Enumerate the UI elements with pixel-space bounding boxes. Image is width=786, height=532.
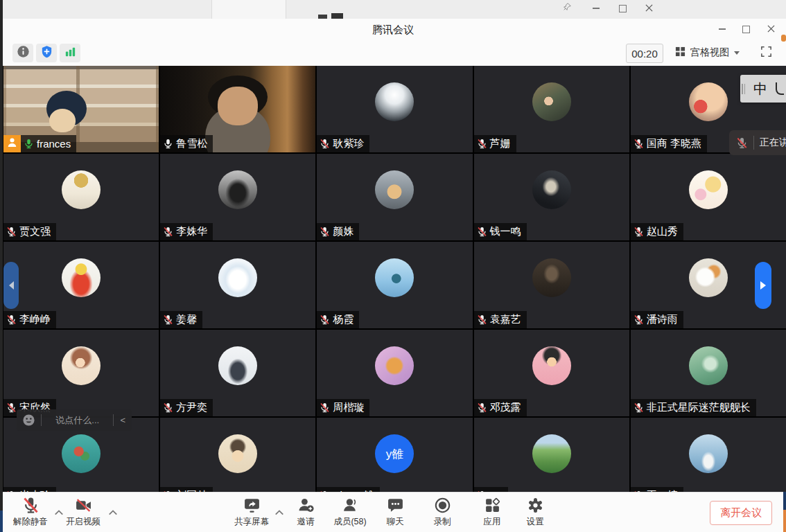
avatar: [532, 170, 571, 209]
avatar: [218, 170, 257, 209]
avatar-initials: y雒: [386, 446, 404, 462]
start-video-button[interactable]: 开启视频: [54, 497, 112, 528]
participant-tile[interactable]: 耿紫珍: [317, 66, 472, 152]
ime-language-bar[interactable]: 中: [740, 75, 786, 103]
unmute-label: 解除静音: [13, 516, 48, 528]
signal-icon: [64, 45, 77, 61]
title-bar: 腾讯会议: [0, 19, 786, 40]
participant-tile[interactable]: 颜姝: [317, 154, 472, 240]
participant-tile[interactable]: 姜馨: [160, 242, 315, 328]
avatar: [689, 258, 728, 297]
chevron-up-icon: [108, 506, 118, 518]
shield-icon: [40, 45, 53, 61]
fullscreen-button[interactable]: [757, 44, 775, 62]
participant-tile[interactable]: 钱一鸣: [474, 154, 629, 240]
participant-tile-frances[interactable]: frances: [3, 66, 159, 152]
share-screen-label: 共享屏幕: [234, 516, 269, 528]
video-options-chevron[interactable]: [108, 506, 118, 513]
participant-tile[interactable]: 贾文强: [3, 154, 159, 240]
mic-muted-icon: [320, 402, 330, 413]
participant-tile[interactable]: 方尹奕: [160, 330, 315, 416]
participant-tile[interactable]: 刘园林: [160, 418, 315, 492]
members-label: 成员(58): [333, 516, 366, 528]
participant-tile[interactable]: 周楷璇: [317, 330, 472, 416]
grid-view-icon: [675, 46, 685, 60]
share-screen-icon: [243, 497, 261, 514]
leave-meeting-label: 离开会议: [720, 506, 762, 520]
participant-name: 李姝华: [176, 225, 207, 238]
participant-tile[interactable]: 邓茂露: [474, 330, 629, 416]
avatar: [689, 434, 728, 473]
emoji-button[interactable]: [22, 414, 35, 427]
participant-tile[interactable]: 芦姗: [474, 66, 629, 152]
tencent-meeting-window: { "header": { "title": "腾讯会议", "timer": …: [0, 0, 786, 532]
participant-tile[interactable]: 赵山秀: [631, 154, 786, 240]
arrow-right-icon: [760, 281, 766, 290]
mic-on-icon: [163, 139, 173, 149]
minimize-icon: [593, 8, 600, 9]
minimize-button[interactable]: [713, 21, 732, 37]
mic-muted-icon: [320, 314, 330, 325]
timer-value: 00:20: [631, 48, 658, 60]
background-window-text-fragment: [331, 13, 343, 19]
settings-button[interactable]: 设置: [506, 497, 564, 528]
close-button[interactable]: [761, 21, 780, 37]
participant-name: 周楷璇: [333, 401, 364, 414]
record-icon: [434, 497, 451, 514]
mic-muted-icon[interactable]: [736, 137, 748, 149]
participant-tile[interactable]: 袁嘉艺: [474, 242, 629, 328]
participant-name: 国商 李晓燕: [647, 137, 701, 150]
mic-muted-icon: [22, 497, 40, 514]
close-icon: [767, 23, 775, 35]
participant-name: 非正式星际迷茫舰舰长: [647, 401, 751, 414]
leave-meeting-button[interactable]: 离开会议: [710, 501, 772, 525]
background-close-button[interactable]: [640, 1, 657, 15]
participant-tile[interactable]: 李姝华: [160, 154, 315, 240]
participant-name: 李峥峥: [19, 313, 51, 326]
right-edge-artifact: [783, 510, 786, 532]
pin-icon[interactable]: [559, 1, 575, 15]
mic-muted-icon: [477, 402, 487, 413]
drag-handle-icon: [742, 84, 743, 94]
background-minimize-button[interactable]: [588, 1, 604, 15]
avatar: [218, 434, 257, 473]
participant-tile[interactable]: 李峥峥: [3, 242, 159, 328]
network-quality-button[interactable]: [60, 44, 80, 62]
share-screen-button[interactable]: 共享屏幕: [222, 497, 281, 528]
participant-name: 方尹奕: [176, 401, 207, 414]
maximize-button[interactable]: [736, 21, 756, 37]
previous-page-button[interactable]: [3, 262, 19, 309]
close-icon: [645, 2, 653, 15]
camera-off-icon: [75, 497, 92, 514]
participant-tile[interactable]: 宋欣然: [3, 330, 159, 416]
participant-name: 赵山秀: [647, 225, 678, 238]
unmute-button[interactable]: 解除静音: [1, 497, 60, 528]
collapse-arrow-icon[interactable]: <: [114, 415, 132, 425]
background-maximize-button[interactable]: [614, 1, 631, 15]
arrow-left-icon: [9, 281, 14, 290]
meeting-info-button[interactable]: [12, 44, 33, 62]
avatar: [689, 170, 728, 209]
next-page-button[interactable]: [755, 262, 771, 309]
quick-chat-input[interactable]: 说点什么...: [42, 414, 113, 427]
participant-tile[interactable]: 王一婷: [631, 418, 786, 492]
meeting-security-button[interactable]: [36, 44, 57, 62]
participant-tile[interactable]: 非正式星际迷茫舰舰长: [631, 330, 786, 416]
participant-tile[interactable]: 杨霞: [317, 242, 472, 328]
participant-tile[interactable]: 鲁雪松: [160, 66, 315, 152]
avatar: [62, 170, 101, 209]
view-mode-selector[interactable]: 宫格视图: [671, 42, 744, 63]
window-title: 腾讯会议: [0, 19, 786, 40]
mic-muted-icon: [163, 227, 173, 237]
mic-muted-icon: [6, 227, 17, 237]
avatar: [375, 258, 414, 297]
participant-name: 杨霞: [333, 313, 353, 326]
mic-muted-icon: [6, 314, 17, 325]
quick-chat-bubble: 说点什么... <: [17, 409, 132, 431]
participant-tile[interactable]: y雒 Sherry雒: [317, 418, 472, 492]
minimize-icon: [719, 28, 726, 30]
members-icon: [342, 497, 359, 514]
participant-tile[interactable]: Xu: [474, 418, 629, 492]
drag-handle-icon: [744, 84, 746, 94]
participant-name: 耿紫珍: [333, 137, 364, 150]
